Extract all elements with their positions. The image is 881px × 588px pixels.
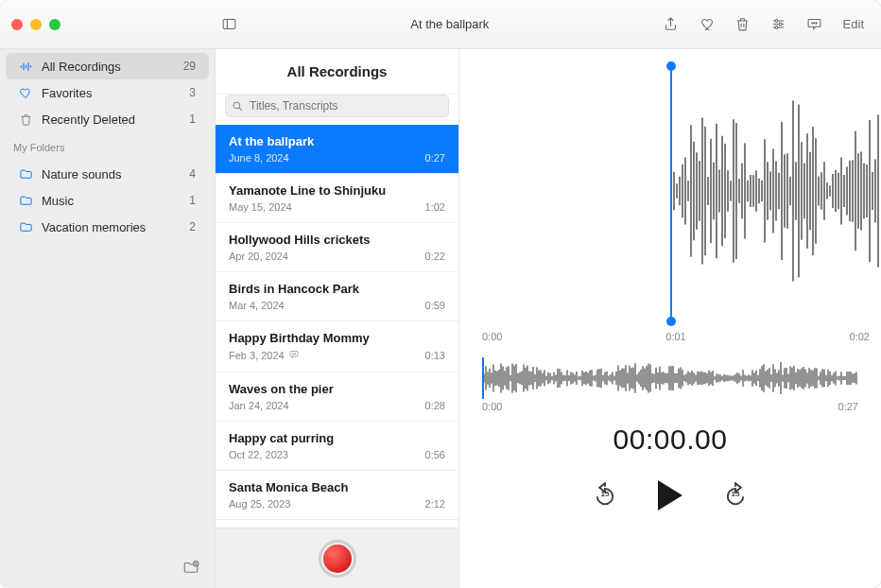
play-button[interactable] bbox=[658, 480, 682, 510]
sidebar-item[interactable]: All Recordings29 bbox=[6, 53, 209, 79]
recording-item[interactable]: Happy Birthday MommyFeb 3, 20240:13 bbox=[216, 321, 458, 372]
waveform-overview-svg bbox=[482, 359, 858, 397]
waveform-editor[interactable]: 0:00 0:01 0:02 bbox=[459, 49, 881, 350]
overview-track[interactable] bbox=[482, 359, 858, 397]
svg-point-9 bbox=[814, 23, 815, 24]
recording-title: Hollywood Hills crickets bbox=[229, 233, 445, 247]
sidebar: All Recordings29Favorites3Recently Delet… bbox=[0, 49, 216, 588]
search-input[interactable] bbox=[250, 99, 442, 112]
transcript-badge-icon bbox=[288, 349, 300, 362]
recording-date: Feb 3, 2024 bbox=[229, 349, 425, 362]
share-button[interactable] bbox=[658, 13, 684, 36]
detail-column: 0:00 0:01 0:02 0:00 0:27 00:00.00 bbox=[459, 49, 881, 588]
recording-length: 0:59 bbox=[425, 300, 445, 311]
recording-title: Happy cat purring bbox=[229, 431, 445, 445]
transcript-button[interactable] bbox=[802, 13, 828, 36]
recording-title: Waves on the pier bbox=[229, 382, 445, 396]
svg-point-5 bbox=[775, 20, 778, 23]
window-title: At the ballpark bbox=[242, 17, 658, 31]
folder-icon bbox=[17, 167, 34, 182]
recordings-header: All Recordings bbox=[216, 49, 458, 95]
recording-length: 0:22 bbox=[425, 251, 445, 262]
sidebar-item[interactable]: Recently Deleted1 bbox=[6, 106, 209, 132]
recording-title: Yamanote Line to Shinjuku bbox=[229, 183, 445, 198]
sidebar-item-count: 1 bbox=[189, 112, 196, 126]
recording-item[interactable]: Santa Monica BeachAug 25, 20232:12 bbox=[216, 471, 458, 520]
recording-item[interactable]: Waves on the pierJan 24, 20240:28 bbox=[216, 372, 458, 422]
settings-button[interactable] bbox=[766, 13, 792, 36]
timer: 00:00.00 bbox=[459, 424, 881, 456]
sidebar-item-label: Music bbox=[42, 194, 189, 208]
recording-length: 1:02 bbox=[425, 201, 445, 213]
sidebar-item-count: 2 bbox=[189, 220, 196, 233]
sidebar-item-label: Recently Deleted bbox=[42, 112, 189, 127]
toggle-sidebar-button[interactable] bbox=[216, 13, 242, 36]
edit-button[interactable]: Edit bbox=[838, 15, 870, 33]
recording-date: May 15, 2024 bbox=[229, 201, 425, 213]
maximize-icon[interactable] bbox=[49, 19, 60, 30]
skip-forward-button[interactable]: 15 bbox=[722, 482, 749, 509]
recording-item[interactable]: Happy cat purringOct 22, 20230:56 bbox=[216, 422, 458, 471]
playback-controls: 15 15 bbox=[459, 456, 881, 535]
recording-date: Mar 4, 2024 bbox=[229, 300, 425, 311]
overview-start: 0:00 bbox=[482, 401, 502, 412]
close-icon[interactable] bbox=[11, 19, 23, 30]
search-field[interactable] bbox=[225, 95, 449, 117]
recording-title: At the ballpark bbox=[229, 134, 445, 148]
sidebar-item-count: 4 bbox=[189, 167, 196, 181]
body: All Recordings29Favorites3Recently Delet… bbox=[0, 49, 881, 588]
svg-point-104 bbox=[666, 61, 676, 71]
playhead[interactable] bbox=[482, 357, 484, 399]
ruler-tick: 0:02 bbox=[850, 331, 870, 342]
sidebar-item-count: 29 bbox=[183, 60, 196, 73]
skip-forward-label: 15 bbox=[722, 490, 749, 498]
recording-item[interactable]: Hollywood Hills cricketsApr 20, 20240:22 bbox=[216, 223, 458, 272]
recording-item[interactable]: Yamanote Line to ShinjukuMay 15, 20241:0… bbox=[216, 174, 458, 223]
sidebar-folder[interactable]: Vacation memories2 bbox=[6, 214, 209, 240]
toolbar-right: Edit bbox=[658, 13, 881, 36]
record-row bbox=[216, 527, 458, 588]
sidebar-smart-list: All Recordings29Favorites3Recently Delet… bbox=[0, 49, 215, 132]
recording-title: Birds in Hancock Park bbox=[229, 282, 445, 296]
svg-point-8 bbox=[812, 23, 813, 24]
sidebar-item[interactable]: Favorites3 bbox=[6, 79, 209, 106]
window-controls bbox=[11, 19, 60, 30]
record-icon bbox=[323, 545, 352, 573]
sidebar-folder[interactable]: Music1 bbox=[6, 187, 209, 214]
sidebar-folder[interactable]: Nature sounds4 bbox=[6, 161, 209, 187]
delete-button[interactable] bbox=[730, 13, 756, 36]
sidebar-item-label: Nature sounds bbox=[42, 167, 189, 182]
sidebar-footer bbox=[0, 550, 215, 588]
record-button[interactable] bbox=[319, 540, 356, 578]
svg-point-23 bbox=[293, 354, 294, 355]
recording-length: 0:27 bbox=[425, 152, 445, 164]
recording-item[interactable]: At the ballparkJune 8, 20240:27 bbox=[216, 125, 458, 174]
toolbar-middle: At the ballpark bbox=[216, 13, 658, 36]
recording-date: June 8, 2024 bbox=[229, 152, 425, 164]
sidebar-item-label: All Recordings bbox=[42, 60, 183, 74]
recordings-list[interactable]: At the ballparkJune 8, 20240:27Yamanote … bbox=[216, 125, 458, 527]
recording-length: 0:56 bbox=[425, 449, 445, 460]
svg-point-7 bbox=[775, 26, 778, 29]
folder-icon bbox=[17, 194, 34, 208]
recording-item[interactable]: Special songAug 25, 20230:15 bbox=[216, 520, 458, 527]
recording-date: Jan 24, 2024 bbox=[229, 400, 425, 411]
skip-back-button[interactable]: 15 bbox=[592, 482, 618, 509]
recording-length: 2:12 bbox=[425, 498, 445, 510]
waveform-icon bbox=[17, 60, 34, 74]
favorite-button[interactable] bbox=[694, 13, 720, 36]
recordings-column: All Recordings At the ballparkJune 8, 20… bbox=[216, 49, 459, 588]
svg-line-20 bbox=[239, 108, 242, 111]
minimize-icon[interactable] bbox=[30, 19, 42, 30]
toolbar: At the ballpark Edit bbox=[0, 0, 881, 49]
new-folder-button[interactable] bbox=[182, 560, 199, 579]
sidebar-item-label: Vacation memories bbox=[42, 220, 189, 234]
sidebar-item-count: 1 bbox=[189, 194, 196, 207]
sidebar-folders-header: My Folders bbox=[0, 132, 215, 157]
svg-point-24 bbox=[295, 354, 296, 355]
recording-item[interactable]: Birds in Hancock ParkMar 4, 20240:59 bbox=[216, 272, 458, 321]
overview-times: 0:00 0:27 bbox=[482, 401, 858, 412]
skip-back-label: 15 bbox=[592, 490, 618, 498]
sidebar-folders-list: Nature sounds4Music1Vacation memories2 bbox=[0, 157, 215, 240]
waveform-overview[interactable]: 0:00 0:27 bbox=[459, 350, 881, 418]
